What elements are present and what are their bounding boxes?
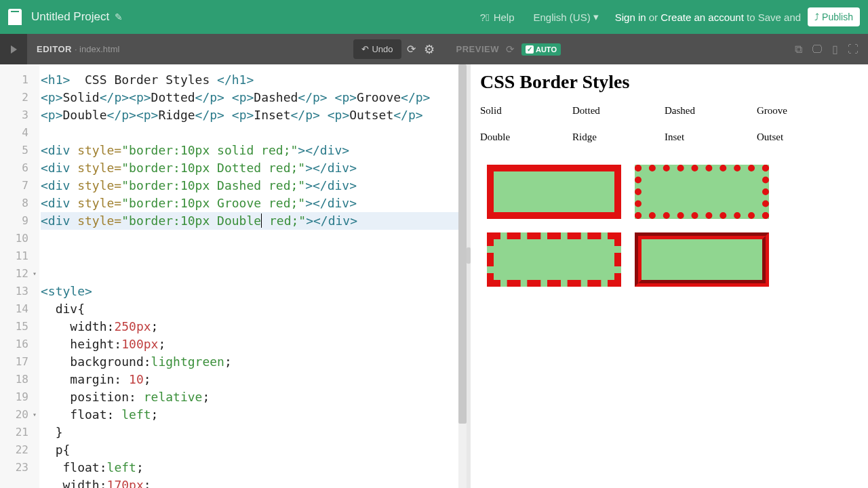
share-icon: ⤴ (814, 12, 819, 22)
pencil-icon[interactable]: ✎ (115, 12, 123, 22)
editor-scrollbar[interactable] (458, 64, 467, 488)
preview-label: PREVIEW (456, 44, 499, 54)
refresh-icon[interactable]: ⟳ (407, 43, 416, 56)
code-area[interactable]: <h1> CSS Border Styles </h1> <p>Solid</p… (39, 64, 458, 488)
splitter-grip[interactable] (467, 247, 471, 264)
undo-button[interactable]: ↶Undo (353, 39, 401, 59)
line-gutter: 1 2 3 4 5 6 7 8 9 10 11 12 13 14 15 16 1… (0, 64, 39, 488)
run-button[interactable] (0, 34, 27, 64)
chevron-down-icon: ▾ (593, 11, 599, 23)
scrollbar-thumb[interactable] (458, 64, 467, 424)
solid-box (487, 165, 621, 219)
publish-button[interactable]: ⤴Publish (808, 7, 860, 26)
dashed-box (487, 232, 621, 287)
undo-icon: ↶ (361, 44, 369, 54)
preview-pane: CSS Border Styles Solid Dotted Dashed Gr… (471, 64, 868, 488)
groove-box (635, 232, 769, 287)
check-icon: ✓ (526, 45, 534, 54)
mobile-icon[interactable]: ▯ (832, 43, 838, 56)
label-row-2: Double Ridge Inset Outset (480, 131, 859, 158)
signin-link[interactable]: Sign in (615, 12, 646, 23)
preview-refresh-icon[interactable]: ⟳ (506, 43, 515, 56)
preview-heading: CSS Border Styles (480, 71, 859, 93)
file-label[interactable]: · index.html (75, 44, 119, 54)
dotted-box (635, 165, 769, 219)
language-select[interactable]: English (US)▾ (534, 11, 599, 23)
label-row-1: Solid Dotted Dashed Groove (480, 105, 859, 131)
demo-boxes (480, 158, 859, 293)
desktop-icon[interactable]: 🖵 (812, 43, 823, 56)
create-account-link[interactable]: Create an account (660, 12, 744, 23)
auto-toggle[interactable]: ✓AUTO (521, 43, 561, 56)
gear-icon[interactable]: ⚙ (424, 42, 435, 57)
play-icon (11, 45, 17, 54)
fullscreen-icon[interactable]: ⛶ (848, 43, 859, 56)
editor-label: EDITOR (37, 44, 72, 54)
header-bar: Untitled Project ✎ ?⃝Help English (US)▾ … (0, 0, 868, 34)
help-link[interactable]: ?⃝Help (480, 12, 515, 23)
pane-splitter[interactable] (467, 64, 471, 488)
project-title[interactable]: Untitled Project (31, 10, 109, 24)
signin-text: Sign in or Create an account to Save and (615, 12, 801, 23)
logo-icon[interactable] (8, 9, 22, 25)
main-area: 1 2 3 4 5 6 7 8 9 10 11 12 13 14 15 16 1… (0, 64, 868, 488)
editor-pane[interactable]: 1 2 3 4 5 6 7 8 9 10 11 12 13 14 15 16 1… (0, 64, 467, 488)
help-icon: ?⃝ (480, 12, 490, 23)
popout-icon[interactable]: ⧉ (795, 43, 802, 56)
toolbar: EDITOR · index.html ↶Undo ⟳ ⚙ PREVIEW ⟳ … (0, 34, 868, 64)
